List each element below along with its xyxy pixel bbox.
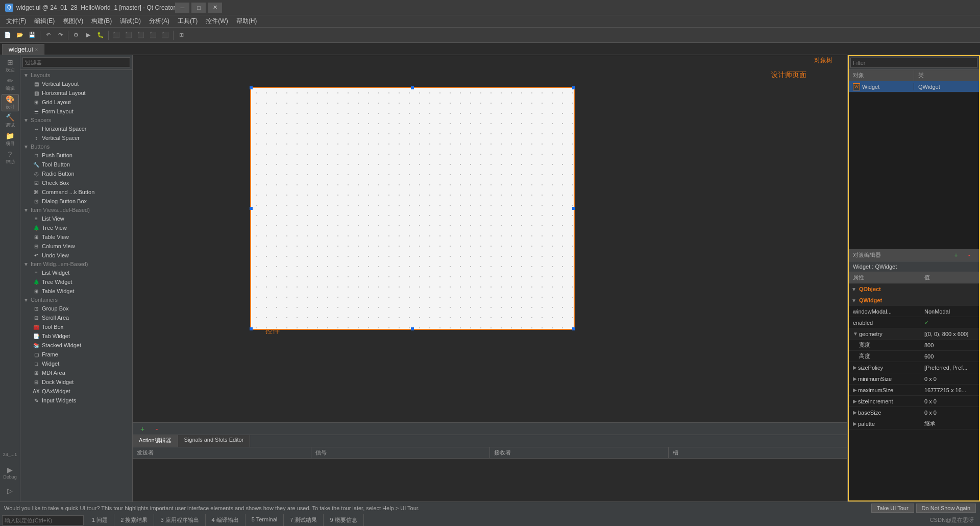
dismiss-tour-button[interactable]: Do Not Show Again xyxy=(916,504,976,513)
category-item-views[interactable]: ▼ Item Views...del-Based) xyxy=(20,206,132,214)
category-item-widgets[interactable]: ▼ Item Widg...em-Based) xyxy=(20,260,132,268)
widget-tree-view[interactable]: 🌲 Tree View xyxy=(20,223,132,232)
toolbar-save[interactable]: 💾 xyxy=(27,30,38,41)
toolbar-align-left[interactable]: ⬛ xyxy=(111,30,122,41)
widget-qax-widget[interactable]: AX QAxWidget xyxy=(20,387,132,396)
widget-stacked-widget[interactable]: 📚 Stacked Widget xyxy=(20,341,132,350)
widget-table-view[interactable]: ⊞ Table View xyxy=(20,232,132,242)
menu-help[interactable]: 帮助(H) xyxy=(232,16,261,27)
menu-analyze[interactable]: 分析(A) xyxy=(145,16,174,27)
prop-base-size[interactable]: ▶ baseSize 0 x 0 xyxy=(849,407,979,418)
menu-edit[interactable]: 编辑(E) xyxy=(30,16,59,27)
menu-debug[interactable]: 调试(D) xyxy=(116,16,145,27)
widget-horizontal-layout[interactable]: ▥ Horizontal Layout xyxy=(20,88,132,98)
widget-table-widget[interactable]: ⊞ Table Widget xyxy=(20,286,132,296)
tab-search[interactable]: 2 搜索结果 xyxy=(114,514,154,527)
prop-size-increment[interactable]: ▶ sizeIncrement 0 x 0 xyxy=(849,396,979,407)
menu-build[interactable]: 构建(B) xyxy=(87,16,116,27)
tab-problems[interactable]: 1 问题 xyxy=(86,514,114,527)
widget-frame[interactable]: ▢ Frame xyxy=(20,350,132,359)
widget-horizontal-spacer[interactable]: ↔ Horizontal Spacer xyxy=(20,124,132,133)
toolbar-run[interactable]: ▶ xyxy=(83,30,94,41)
props-add-button[interactable]: + xyxy=(950,250,962,261)
section-qwidget[interactable]: ▼ QWidget xyxy=(849,295,979,306)
widget-undo-view[interactable]: ↶ Undo View xyxy=(20,251,132,260)
widget-column-view[interactable]: ⊟ Column View xyxy=(20,242,132,251)
prop-enabled[interactable]: enabled ✓ xyxy=(849,317,979,328)
toolbar-align-right[interactable]: ⬛ xyxy=(135,30,146,41)
sidebar-projects[interactable]: 📁 项目 xyxy=(2,131,19,148)
sidebar-edit[interactable]: ✏ 编辑 xyxy=(2,76,19,93)
tab-signals-slots[interactable]: Signals and Slots Editor xyxy=(178,435,251,447)
sidebar-design[interactable]: 🎨 设计 xyxy=(2,94,19,111)
tab-test[interactable]: 7 测试结果 xyxy=(284,514,324,527)
section-qobject[interactable]: ▼ QObject xyxy=(849,283,979,295)
widget-list-view[interactable]: ≡ List View xyxy=(20,214,132,223)
prop-min-size[interactable]: ▶ minimumSize 0 x 0 xyxy=(849,373,979,385)
widget-radio-button[interactable]: ◎ Radio Button xyxy=(20,169,132,178)
sidebar-run-btn[interactable]: ▷ xyxy=(2,482,19,499)
toolbar-open[interactable]: 📂 xyxy=(14,30,26,41)
sidebar-debug[interactable]: 🔨 调试 xyxy=(2,112,19,130)
toolbar-align-bottom[interactable]: ⬛ xyxy=(160,30,171,41)
widget-check-box[interactable]: ☑ Check Box xyxy=(20,178,132,187)
tab-summary[interactable]: 9 概要信息 xyxy=(324,514,363,527)
tab-compile[interactable]: 4 编译输出 xyxy=(206,514,246,527)
handle-bl[interactable] xyxy=(250,327,253,330)
handle-bc[interactable] xyxy=(411,327,414,330)
prop-window-modal[interactable]: windowModal... NonModal xyxy=(849,306,979,317)
widget-dialog-button-box[interactable]: ⊡ Dialog Button Box xyxy=(20,197,132,206)
filter-input[interactable] xyxy=(22,57,130,67)
widget-mdi-area[interactable]: ⊞ MDI Area xyxy=(20,368,132,377)
widget-group-box[interactable]: ⊡ Group Box xyxy=(20,304,132,313)
widget-list-widget[interactable]: ≡ List Widget xyxy=(20,268,132,277)
menu-file[interactable]: 文件(F) xyxy=(2,16,30,27)
widget-push-button[interactable]: □ Push Button xyxy=(20,151,132,160)
add-signal-button[interactable]: + xyxy=(137,423,148,435)
widget-scroll-area[interactable]: ⊟ Scroll Area xyxy=(20,313,132,322)
tab-widget-ui[interactable]: widget.ui × xyxy=(2,44,44,55)
locate-input[interactable] xyxy=(2,515,84,525)
menu-tools[interactable]: 工具(T) xyxy=(174,16,202,27)
widget-vertical-spacer[interactable]: ↕ Vertical Spacer xyxy=(20,133,132,142)
prop-geometry[interactable]: ▼ geometry [(0, 0), 800 x 600] xyxy=(849,328,979,340)
object-filter-input[interactable] xyxy=(850,58,977,68)
prop-width[interactable]: 宽度 800 xyxy=(849,340,979,351)
category-layouts[interactable]: ▼ Layouts xyxy=(20,71,132,79)
widget-tab-widget[interactable]: 📑 Tab Widget xyxy=(20,331,132,341)
handle-tc[interactable] xyxy=(411,86,414,89)
toolbar-new[interactable]: 📄 xyxy=(2,30,13,41)
close-button[interactable]: ✕ xyxy=(208,3,222,13)
handle-tl[interactable] xyxy=(250,86,253,89)
remove-signal-button[interactable]: - xyxy=(151,423,162,435)
tab-close-icon[interactable]: × xyxy=(35,47,38,53)
widget-input-widgets[interactable]: ✎ Input Widgets xyxy=(20,396,132,405)
menu-view[interactable]: 视图(V) xyxy=(59,16,87,27)
tab-app-output[interactable]: 3 应用程序输出 xyxy=(154,514,205,527)
widget-widget[interactable]: □ Widget xyxy=(20,359,132,368)
toolbar-debug-run[interactable]: 🐛 xyxy=(95,30,106,41)
widget-tool-box[interactable]: 🧰 Tool Box xyxy=(20,322,132,331)
widget-form-layout[interactable]: ☰ Form Layout xyxy=(20,107,132,116)
minimize-button[interactable]: ─ xyxy=(175,3,189,13)
widget-tool-button[interactable]: 🔧 Tool Button xyxy=(20,160,132,169)
tab-terminal[interactable]: 5 Terminal xyxy=(246,514,284,527)
maximize-button[interactable]: □ xyxy=(191,3,206,13)
prop-palette[interactable]: ▶ palette 继承 xyxy=(849,418,979,429)
category-containers[interactable]: ▼ Containers xyxy=(20,296,132,304)
handle-mr[interactable] xyxy=(572,207,575,210)
widget-tree-widget[interactable]: 🌲 Tree Widget xyxy=(20,277,132,286)
widget-vertical-layout[interactable]: ▤ Vertical Layout xyxy=(20,79,132,88)
design-canvas[interactable] xyxy=(250,87,575,330)
toolbar-align-center[interactable]: ⬛ xyxy=(123,30,134,41)
sidebar-welcome[interactable]: ⊞ 欢迎 xyxy=(2,57,19,75)
toolbar-align-top[interactable]: ⬛ xyxy=(148,30,159,41)
sidebar-recent[interactable]: 24_...1 xyxy=(2,445,19,463)
widget-dock-widget[interactable]: ⊟ Dock Widget xyxy=(20,377,132,387)
handle-br[interactable] xyxy=(572,327,575,330)
category-buttons[interactable]: ▼ Buttons xyxy=(20,142,132,151)
toolbar-undo[interactable]: ↶ xyxy=(42,30,54,41)
widget-grid-layout[interactable]: ⊞ Grid Layout xyxy=(20,98,132,107)
prop-max-size[interactable]: ▶ maximumSize 16777215 x 16... xyxy=(849,385,979,396)
sidebar-debug-run[interactable]: ▶ Debug xyxy=(2,464,19,481)
